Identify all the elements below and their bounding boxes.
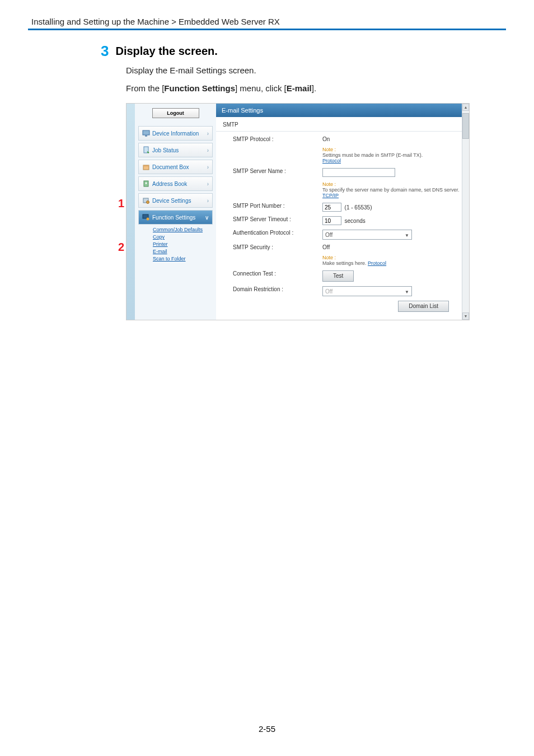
svg-rect-1 (145, 136, 147, 137)
sidebar-item-function-settings[interactable]: Function Settings ∨ (138, 210, 213, 225)
callout-2: 2 (118, 241, 124, 254)
smtp-protocol-value: On (322, 136, 460, 142)
chevron-down-icon: ∨ (205, 214, 209, 221)
sidebar-label: Address Book (152, 181, 187, 187)
scroll-up-icon[interactable]: ▲ (462, 104, 469, 111)
test-button[interactable]: Test (322, 270, 354, 282)
smtp-protocol-label: SMTP Protocol : (233, 136, 322, 142)
box-icon (142, 163, 150, 171)
note-text: To specify the server name by domain nam… (322, 187, 460, 193)
sidebar-item-job-status[interactable]: Job Status › (138, 143, 213, 157)
smtp-security-label: SMTP Security : (233, 244, 322, 250)
smtp-port-input[interactable] (322, 203, 341, 212)
auth-protocol-select[interactable]: Off▼ (322, 230, 412, 240)
chevron-down-icon: ▼ (405, 290, 409, 295)
sidebar-item-device-settings[interactable]: Device Settings › (138, 193, 213, 208)
sublink-common-defaults[interactable]: Common/Job Defaults (153, 227, 213, 232)
vertical-scrollbar[interactable]: ▲ ▼ (462, 104, 469, 320)
page-number: 2-55 (0, 724, 534, 734)
sidebar-label: Document Box (152, 164, 189, 170)
scroll-down-icon[interactable]: ▼ (462, 312, 469, 320)
note-text: Settings must be made in SMTP (E-mail TX… (322, 152, 423, 158)
address-book-icon (142, 180, 150, 188)
note-label: Note : (322, 147, 460, 152)
sidebar-item-device-information[interactable]: Device Information › (138, 126, 213, 141)
sidebar-label: Function Settings (152, 214, 195, 221)
smtp-port-label: SMTP Port Number : (233, 203, 322, 209)
scroll-thumb[interactable] (462, 113, 469, 139)
header-rule (28, 29, 506, 30)
instruction-line-2: From the [Function Settings] menu, click… (126, 82, 506, 95)
sublink-scan-to-folder[interactable]: Scan to Folder (153, 256, 213, 262)
chevron-down-icon: ▼ (405, 233, 409, 238)
printer-gear-icon (142, 197, 150, 204)
domain-restriction-select[interactable]: Off▼ (322, 286, 412, 296)
note-label: Note : (322, 255, 460, 260)
svg-point-10 (147, 218, 149, 221)
smtp-server-name-input[interactable] (322, 168, 395, 177)
sidebar-label: Job Status (152, 147, 179, 153)
svg-point-6 (146, 183, 147, 184)
sublink-email[interactable]: E-mail (153, 249, 213, 254)
settings-panel: E-mail Settings SMTP SMTP Protocol : On … (216, 104, 469, 320)
section-smtp: SMTP (216, 117, 469, 132)
timeout-unit: seconds (345, 218, 366, 224)
smtp-timeout-label: SMTP Server Timeout : (233, 216, 322, 222)
step-number: 3 (101, 44, 109, 58)
step-title: Display the screen. (115, 44, 217, 58)
smtp-timeout-input[interactable] (322, 216, 341, 225)
domain-restriction-label: Domain Restriction : (233, 286, 322, 292)
smtp-server-name-label: SMTP Server Name : (233, 168, 322, 174)
note-text: Make settings here. (322, 260, 367, 266)
logout-button[interactable]: Logout (152, 108, 199, 118)
left-gutter (127, 104, 135, 320)
screenshot: 1 2 Logout Device Information › Job Stat… (126, 103, 470, 320)
tcpip-link[interactable]: TCP/IP (322, 193, 339, 198)
auth-protocol-label: Authentication Protocol : (233, 230, 322, 236)
chevron-right-icon: › (207, 198, 209, 204)
protocol-link[interactable]: Protocol (322, 158, 341, 164)
svg-point-8 (147, 201, 149, 204)
sublink-printer[interactable]: Printer (153, 241, 213, 247)
monitor-gear-icon (142, 213, 150, 221)
chevron-right-icon: › (207, 147, 209, 153)
sidebar-item-address-book[interactable]: Address Book › (138, 176, 213, 191)
protocol-link[interactable]: Protocol (368, 260, 386, 266)
sidebar-label: Device Settings (152, 198, 191, 204)
document-icon (142, 146, 150, 154)
svg-rect-4 (143, 165, 149, 166)
domain-list-button[interactable]: Domain List (398, 301, 449, 312)
sidebar-item-document-box[interactable]: Document Box › (138, 160, 213, 174)
port-range: (1 - 65535) (345, 204, 372, 211)
panel-title: E-mail Settings (216, 104, 469, 117)
breadcrumb: Installing and Setting up the Machine > … (28, 17, 506, 26)
connection-test-label: Connection Test : (233, 270, 322, 277)
chevron-right-icon: › (207, 130, 209, 137)
svg-rect-0 (143, 130, 149, 135)
sublink-copy[interactable]: Copy (153, 234, 213, 240)
sidebar: Logout Device Information › Job Status ›… (135, 104, 216, 320)
note-label: Note : (322, 181, 460, 187)
monitor-icon (142, 129, 150, 137)
callout-1: 1 (118, 197, 124, 210)
chevron-right-icon: › (207, 164, 209, 170)
chevron-right-icon: › (207, 181, 209, 187)
smtp-security-value: Off (322, 244, 460, 250)
sidebar-label: Device Information (152, 130, 199, 137)
instruction-line-1: Display the E-mail Settings screen. (126, 64, 506, 77)
